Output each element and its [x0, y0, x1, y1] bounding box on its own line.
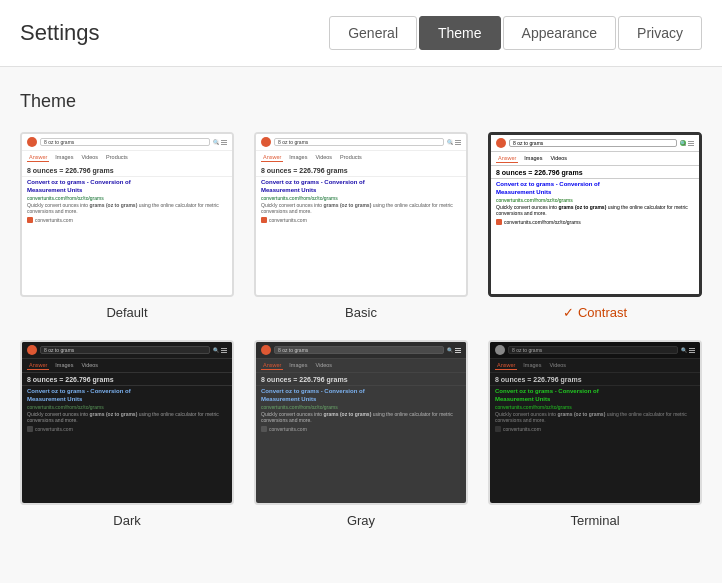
search-circle-icon-contrast: 🔍 [680, 140, 686, 146]
preview-result-basic: Convert oz to grams - Conversion ofMeasu… [256, 177, 466, 225]
theme-label-gray: Gray [347, 513, 375, 528]
preview-nav-dark: Answer Images Videos [22, 359, 232, 373]
settings-page: Settings General Theme Appearance Privac… [0, 0, 722, 583]
theme-preview-gray: 8 oz to grams 🔍 Answer Images Videos [254, 340, 468, 505]
theme-grid: 8 oz to grams 🔍 Answer Images Videos Pr [20, 132, 702, 528]
duck-icon-default [27, 137, 37, 147]
search-box-terminal: 8 oz to grams [508, 346, 678, 354]
duck-icon-basic [261, 137, 271, 147]
preview-result-contrast: Convert oz to grams - Conversion ofMeasu… [491, 179, 699, 227]
theme-label-terminal: Terminal [570, 513, 619, 528]
tab-appearance[interactable]: Appearance [503, 16, 617, 50]
preview-answer-contrast: 8 ounces = 226.796 grams [491, 166, 699, 179]
cite-icon-terminal [495, 426, 501, 432]
search-icons-terminal: 🔍 [681, 347, 695, 353]
search-icons-contrast: 🔍 [680, 140, 694, 146]
content-area: Theme 8 oz to grams 🔍 [0, 67, 722, 552]
preview-answer-basic: 8 ounces = 226.796 grams [256, 164, 466, 177]
preview-result-default: Convert oz to grams - Conversion ofMeasu… [22, 177, 232, 225]
page-title: Settings [20, 20, 329, 46]
tab-privacy[interactable]: Privacy [618, 16, 702, 50]
hamburger-icon [221, 140, 227, 145]
search-box-contrast: 8 oz to grams [509, 139, 677, 147]
hamburger-icon-dark [221, 348, 227, 353]
cite-icon-dark [27, 426, 33, 432]
preview-nav-contrast: Answer Images Videos [491, 152, 699, 166]
theme-preview-contrast: 8 oz to grams 🔍 Answer Images Videos [488, 132, 702, 297]
theme-card-terminal[interactable]: 8 oz to grams 🔍 Answer Images Videos [488, 340, 702, 528]
search-box-basic: 8 oz to grams [274, 138, 444, 146]
preview-result-dark: Convert oz to grams - Conversion ofMeasu… [22, 386, 232, 434]
header: Settings General Theme Appearance Privac… [0, 0, 722, 67]
cite-icon-gray [261, 426, 267, 432]
hamburger-icon-basic [455, 140, 461, 145]
preview-answer-terminal: 8 ounces = 226.796 grams [490, 373, 700, 386]
cite-icon-contrast [496, 219, 502, 225]
search-icons-dark: 🔍 [213, 347, 227, 353]
theme-label-default: Default [106, 305, 147, 320]
search-box-default: 8 oz to grams [40, 138, 210, 146]
theme-card-dark[interactable]: 8 oz to grams 🔍 Answer Images Videos [20, 340, 234, 528]
hamburger-icon-gray [455, 348, 461, 353]
theme-card-contrast[interactable]: 8 oz to grams 🔍 Answer Images Videos [488, 132, 702, 320]
theme-label-contrast: ✓ Contrast [563, 305, 627, 320]
section-title: Theme [20, 91, 702, 112]
theme-card-gray[interactable]: 8 oz to grams 🔍 Answer Images Videos [254, 340, 468, 528]
theme-card-default[interactable]: 8 oz to grams 🔍 Answer Images Videos Pr [20, 132, 234, 320]
hamburger-icon-terminal [689, 348, 695, 353]
preview-result-gray: Convert oz to grams - Conversion ofMeasu… [256, 386, 466, 434]
theme-label-basic: Basic [345, 305, 377, 320]
search-circle-icon-basic: 🔍 [447, 139, 453, 145]
preview-result-terminal: Convert oz to grams - Conversion ofMeasu… [490, 386, 700, 434]
theme-label-dark: Dark [113, 513, 140, 528]
theme-preview-default: 8 oz to grams 🔍 Answer Images Videos Pr [20, 132, 234, 297]
hamburger-icon-contrast [688, 141, 694, 146]
cite-icon-basic [261, 217, 267, 223]
preview-answer-gray: 8 ounces = 226.796 grams [256, 373, 466, 386]
preview-nav-default: Answer Images Videos Products [22, 151, 232, 164]
search-circle-icon: 🔍 [213, 139, 219, 145]
preview-nav-terminal: Answer Images Videos [490, 359, 700, 373]
duck-icon-contrast [496, 138, 506, 148]
search-box-dark: 8 oz to grams [40, 346, 210, 354]
search-icons-gray: 🔍 [447, 347, 461, 353]
theme-preview-dark: 8 oz to grams 🔍 Answer Images Videos [20, 340, 234, 505]
duck-icon-terminal [495, 345, 505, 355]
theme-preview-terminal: 8 oz to grams 🔍 Answer Images Videos [488, 340, 702, 505]
preview-nav-basic: Answer Images Videos Products [256, 151, 466, 164]
preview-answer-dark: 8 ounces = 226.796 grams [22, 373, 232, 386]
tabs-nav: General Theme Appearance Privacy [329, 16, 702, 50]
search-circle-icon-dark: 🔍 [213, 347, 219, 353]
search-icons-basic: 🔍 [447, 139, 461, 145]
tab-general[interactable]: General [329, 16, 417, 50]
preview-answer-default: 8 ounces = 226.796 grams [22, 164, 232, 177]
search-circle-icon-terminal: 🔍 [681, 347, 687, 353]
cite-icon-default [27, 217, 33, 223]
duck-icon-gray [261, 345, 271, 355]
tab-theme[interactable]: Theme [419, 16, 501, 50]
search-icons-default: 🔍 [213, 139, 227, 145]
theme-preview-basic: 8 oz to grams 🔍 Answer Images Videos Pr [254, 132, 468, 297]
preview-nav-gray: Answer Images Videos [256, 359, 466, 373]
search-box-gray: 8 oz to grams [274, 346, 444, 354]
duck-icon-dark [27, 345, 37, 355]
search-circle-icon-gray: 🔍 [447, 347, 453, 353]
theme-card-basic[interactable]: 8 oz to grams 🔍 Answer Images Videos Pr [254, 132, 468, 320]
